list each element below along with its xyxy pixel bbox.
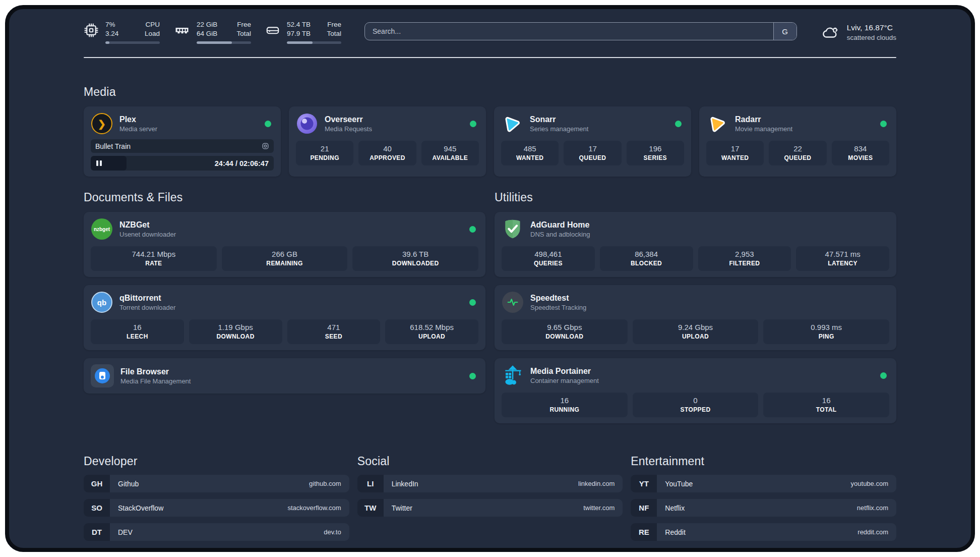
header-bar: 7% 3.24 CPU Load: [84, 20, 896, 44]
stats-row: 9.65 Gbps DOWNLOAD 9.24 Gbps UPLOAD 0.99…: [502, 319, 889, 344]
stat-box: 40 APPROVED: [358, 141, 416, 165]
stat-box: 22 QUEUED: [769, 141, 826, 165]
bookmark-abbr: YT: [631, 475, 657, 492]
stat-box: 47.571 ms LATENCY: [796, 246, 889, 271]
cpu-label: CPU: [145, 20, 160, 29]
app-card-sonarr: Sonarr Series management 485 WANTED 17 Q…: [494, 106, 691, 177]
bookmark-url: youtube.com: [851, 480, 888, 487]
stat-box: 618.52 Mbps UPLOAD: [385, 319, 478, 344]
playback-time: 24:44 / 02:06:47: [215, 159, 274, 168]
dashboard-page: 7% 3.24 CPU Load: [9, 9, 971, 548]
bookmark-name: Netflix: [665, 504, 685, 512]
sonarr-icon: [501, 113, 523, 135]
stat-box: 17 WANTED: [706, 141, 764, 165]
stat-box: 17 QUEUED: [564, 141, 621, 165]
speedtest-icon: [502, 291, 524, 313]
bookmark-youtube[interactable]: YT YouTube youtube.com: [631, 475, 896, 492]
bookmark-linkedin[interactable]: LI LinkedIn linkedin.com: [357, 475, 623, 492]
app-card-plex: ❯ Plex Media server Bullet Train: [84, 106, 281, 177]
app-link-qbittorrent[interactable]: qb qBittorrent Torrent downloader: [91, 291, 478, 313]
stats-row: 17 WANTED 22 QUEUED 834 MOVIES: [706, 141, 889, 165]
search-input[interactable]: [365, 23, 773, 40]
bookmark-abbr: LI: [357, 475, 384, 492]
memory-total-value: 64 GiB: [197, 29, 222, 38]
app-card-nzbget: nzbget NZBGet Usenet downloader 744.21 M…: [84, 212, 485, 277]
app-subtitle: Speedtest Tracking: [530, 304, 586, 311]
resource-widget-memory: 22 GiB 64 GiB Free Total: [174, 20, 251, 44]
memory-free-label: Free: [237, 20, 251, 29]
stat-box: 39.6 TB DOWNLOADED: [352, 246, 478, 271]
status-dot: [469, 226, 476, 233]
status-dot: [880, 121, 887, 127]
app-link-sonarr[interactable]: Sonarr Series management: [501, 113, 684, 135]
media-grid: ❯ Plex Media server Bullet Train: [84, 106, 896, 177]
bookmark-url: stackoverflow.com: [287, 504, 341, 512]
bookmark-twitter[interactable]: TW Twitter twitter.com: [357, 499, 623, 517]
section-title-media: Media: [84, 85, 896, 99]
app-subtitle: Movie management: [735, 125, 792, 133]
stat-box: 744.21 Mbps RATE: [91, 246, 217, 271]
stat-box: 196 SERIES: [627, 141, 684, 165]
bookmark-stackoverflow[interactable]: SO StackOverflow stackoverflow.com: [84, 499, 349, 517]
cpu-progress-fill: [105, 41, 109, 44]
cpu-usage-value: 7%: [105, 20, 131, 29]
bookmark-url: netflix.com: [857, 504, 888, 512]
search-box: G: [364, 22, 797, 40]
stat-box: 834 MOVIES: [832, 141, 889, 165]
adguard-icon: [502, 218, 524, 240]
section-developer: Developer GH Github github.com SO StackO…: [84, 455, 349, 541]
now-playing-row: Bullet Train: [91, 139, 274, 153]
hard-drive-icon: [265, 23, 280, 38]
radarr-icon: [706, 113, 728, 135]
bookmark-github[interactable]: GH Github github.com: [84, 475, 349, 492]
app-card-overseerr: Overseerr Media Requests 21 PENDING 40 A…: [289, 106, 486, 177]
app-subtitle: Series management: [530, 125, 588, 133]
bookmark-netflix[interactable]: NF Netflix netflix.com: [631, 499, 896, 517]
stat-box: 2,953 FILTERED: [698, 246, 791, 271]
app-subtitle: Media File Management: [120, 377, 191, 385]
app-link-filebrowser[interactable]: File Browser Media File Management: [91, 364, 478, 387]
stats-row: 744.21 Mbps RATE 266 GB REMAINING 39.6 T…: [91, 246, 478, 271]
stat-box: 9.65 Gbps DOWNLOAD: [502, 319, 628, 344]
section-title-entertainment: Entertainment: [631, 455, 896, 468]
bookmark-abbr: RE: [631, 523, 657, 541]
app-title: Radarr: [735, 115, 792, 124]
disk-total-value: 97.9 TB: [287, 29, 312, 38]
app-link-adguard[interactable]: AdGuard Home DNS and adblocking: [502, 218, 889, 240]
memory-progress-fill: [197, 41, 232, 44]
app-link-radarr[interactable]: Radarr Movie management: [706, 113, 889, 135]
section-title-developer: Developer: [84, 455, 349, 468]
section-title-social: Social: [357, 455, 623, 468]
stat-box: 471 SEED: [287, 319, 381, 344]
pause-icon: [96, 160, 102, 166]
bookmark-name: LinkedIn: [392, 480, 418, 488]
search-provider-button[interactable]: G: [773, 23, 797, 40]
stat-box: 0.993 ms PING: [763, 319, 889, 344]
app-link-plex[interactable]: ❯ Plex Media server: [91, 113, 274, 135]
bookmark-reddit[interactable]: RE Reddit reddit.com: [631, 523, 896, 541]
stat-box: 266 GB REMAINING: [222, 246, 348, 271]
stats-row: 21 PENDING 40 APPROVED 945 AVAILABLE: [296, 141, 479, 165]
bookmark-name: Github: [118, 480, 139, 488]
app-link-overseerr[interactable]: Overseerr Media Requests: [296, 113, 479, 135]
stat-box: 21 PENDING: [296, 141, 353, 165]
filebrowser-icon: [91, 364, 114, 387]
app-title: Plex: [119, 115, 157, 124]
app-title: qBittorrent: [119, 294, 175, 303]
playback-progress-bar: 24:44 / 02:06:47: [91, 156, 274, 171]
section-media: Media ❯ Plex Media server Bullet Train: [84, 85, 896, 177]
disk-free-value: 52.4 TB: [287, 20, 312, 29]
app-card-radarr: Radarr Movie management 17 WANTED 22 QUE…: [699, 106, 896, 177]
stats-row: 16 RUNNING 0 STOPPED 16 TOTAL: [502, 393, 889, 417]
app-subtitle: Torrent downloader: [119, 304, 175, 311]
cpu-chip-icon: [84, 23, 99, 38]
bookmark-url: linkedin.com: [578, 480, 615, 487]
app-link-speedtest[interactable]: Speedtest Speedtest Tracking: [502, 291, 889, 313]
bookmark-dev[interactable]: DT DEV dev.to: [84, 523, 349, 541]
app-subtitle: Usenet downloader: [119, 231, 176, 238]
app-link-portainer[interactable]: Media Portainer Container management: [502, 364, 889, 386]
header-divider: [84, 57, 896, 58]
disk-free-label: Free: [327, 20, 341, 29]
app-title: Overseerr: [325, 115, 372, 124]
app-link-nzbget[interactable]: nzbget NZBGet Usenet downloader: [91, 218, 478, 240]
